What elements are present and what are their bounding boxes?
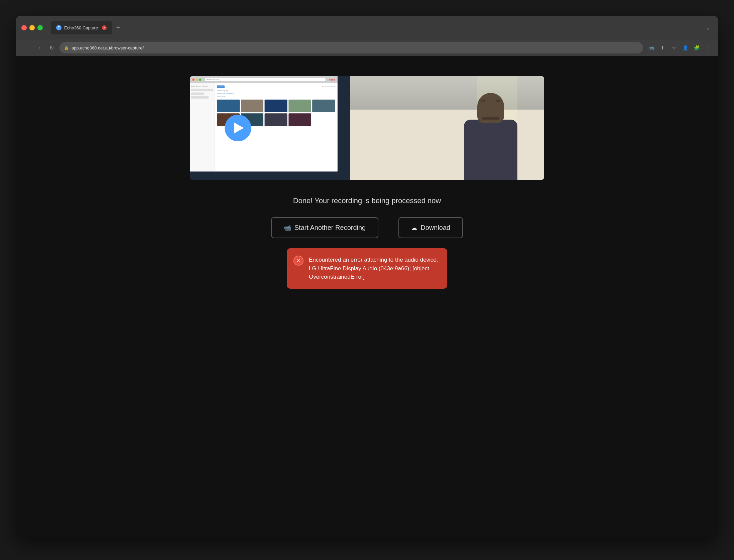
mockup-thumbnail [265, 100, 287, 112]
profile-icon[interactable]: 👤 [681, 43, 690, 52]
error-message: Encountered an error attaching to the au… [309, 256, 439, 281]
reload-button[interactable]: ↻ [47, 43, 56, 52]
lock-icon: 🔒 [64, 46, 69, 50]
browser-titlebar: E Echo360 Capture ✕ + ⌄ [16, 16, 718, 39]
tab-close-button[interactable]: ✕ [102, 25, 107, 30]
mockup-logo: echo [329, 78, 335, 81]
mockup-sidebar-item [191, 89, 213, 91]
webcam-person [350, 76, 544, 180]
extensions-icon[interactable]: 🧩 [692, 43, 701, 52]
active-tab[interactable]: E Echo360 Capture ✕ [51, 21, 112, 34]
start-recording-label: Start Another Recording [294, 224, 366, 232]
address-bar[interactable]: 🔒 app.echo360.net.au/browser-capture/ [59, 42, 643, 53]
error-close-button[interactable]: ✕ [293, 256, 303, 266]
url-text: app.echo360.net.au/browser-capture/ [72, 45, 144, 50]
mockup-browser-bar: echo360.net.au/content/... echo [190, 76, 338, 83]
mockup-url: echo360.net.au/content/... [205, 78, 326, 81]
mockup-sidebar-item [191, 96, 209, 99]
mockup-thumbnail [265, 114, 287, 126]
person-head [477, 93, 504, 123]
tab-title: Echo360 Capture [64, 25, 98, 30]
camera-icon: 📹 [284, 224, 291, 232]
screen-mockup: echo360.net.au/content/... echo LibraryC… [190, 76, 338, 171]
play-button[interactable] [225, 115, 251, 141]
action-buttons: 📹 Start Another Recording ☁ Download [271, 217, 463, 238]
download-label: Download [420, 224, 450, 232]
back-button[interactable]: ← [21, 43, 31, 52]
screen-preview: echo360.net.au/content/... echo LibraryC… [190, 76, 350, 180]
forward-button[interactable]: → [34, 43, 43, 52]
mockup-sidebar-item [191, 93, 204, 95]
download-button[interactable]: ☁ Download [398, 217, 463, 238]
download-icon: ☁ [411, 224, 417, 232]
mockup-close [192, 79, 194, 81]
mockup-thumbnail [241, 100, 263, 112]
mockup-thumbnail [288, 100, 311, 112]
start-recording-button[interactable]: 📹 Start Another Recording [271, 217, 378, 238]
mockup-header: + Create Sort by: Date Created ▾ [217, 86, 335, 88]
person-body [464, 120, 517, 180]
camera-icon[interactable]: 📹 [646, 43, 656, 52]
browser-toolbar: ← → ↻ 🔒 app.echo360.net.au/browser-captu… [16, 39, 718, 56]
browser-window: E Echo360 Capture ✕ + ⌄ ← → ↻ 🔒 app.echo… [16, 16, 718, 537]
browser-tabs: E Echo360 Capture ✕ + [51, 21, 123, 34]
close-window-button[interactable] [21, 25, 27, 30]
mockup-sidebar: LibraryCoursesCollections [190, 83, 215, 171]
tab-favicon: E [56, 25, 62, 30]
mockup-create-btn: + Create [217, 86, 225, 88]
person-silhouette [457, 93, 524, 180]
new-tab-button[interactable]: + [113, 23, 123, 32]
mockup-body: LibraryCoursesCollections + Create Sort … [190, 83, 338, 171]
maximize-window-button[interactable] [37, 25, 43, 30]
mockup-thumbnail [288, 114, 311, 126]
mockup-thumbnail [217, 100, 240, 112]
mockup-maximize [199, 79, 201, 81]
play-icon [234, 123, 244, 133]
mockup-thumbnail [313, 100, 335, 112]
video-container: echo360.net.au/content/... echo LibraryC… [190, 76, 544, 180]
tab-list-button[interactable]: ⌄ [703, 23, 713, 32]
toolbar-actions: 📹 ⬆ ☆ 👤 🧩 ⋮ [646, 43, 713, 52]
error-toast: ✕ Encountered an error attaching to the … [287, 248, 447, 289]
minimize-window-button[interactable] [29, 25, 35, 30]
browser-content: echo360.net.au/content/... echo LibraryC… [16, 56, 718, 537]
bookmark-icon[interactable]: ☆ [669, 43, 679, 52]
share-icon[interactable]: ⬆ [658, 43, 667, 52]
webcam-preview [350, 76, 544, 180]
mockup-minimize [196, 79, 198, 81]
traffic-lights [21, 25, 43, 30]
more-icon[interactable]: ⋮ [703, 43, 713, 52]
status-message: Done! Your recording is being processed … [293, 196, 441, 205]
